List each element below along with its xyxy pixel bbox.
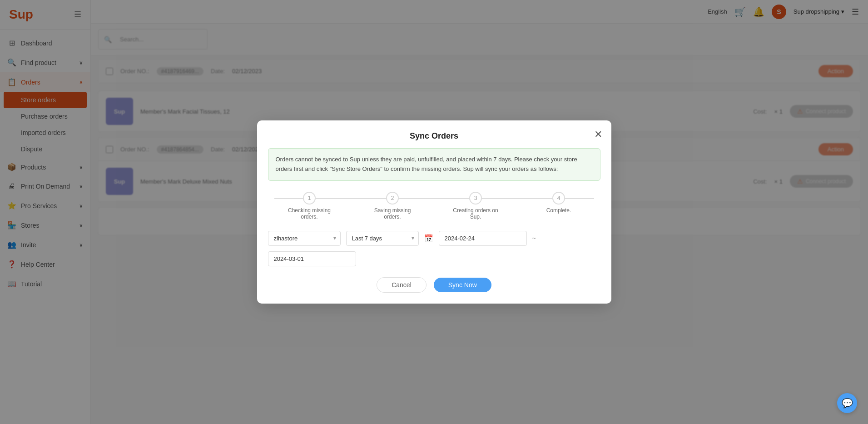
step-circle-3: 3: [469, 192, 482, 205]
modal-title: Sync Orders: [410, 131, 458, 141]
chat-widget[interactable]: 💬: [837, 393, 857, 413]
date-from-input[interactable]: [439, 231, 527, 246]
step-label-2: Saving missing orders.: [365, 207, 420, 220]
store-select[interactable]: zihastore: [268, 231, 341, 246]
step-label-4: Complete.: [546, 207, 571, 214]
modal-overlay: Sync Orders ✕ Orders cannot be synced to…: [91, 0, 868, 424]
modal-footer: Cancel Sync Now: [268, 277, 600, 293]
step-label-1: Checking missing orders.: [282, 207, 337, 220]
calendar-icon: 📅: [424, 234, 433, 243]
date-range-select[interactable]: Last 7 days Last 14 days Last 30 days Cu…: [346, 231, 419, 246]
cancel-button[interactable]: Cancel: [377, 277, 427, 293]
step-circle-4: 4: [552, 192, 565, 205]
main-content: English 🛒 🔔 S Sup dropshipping ▾ ☰ 🔍 Ord…: [91, 0, 868, 424]
step-3: 3 Creating orders on Sup.: [434, 192, 517, 220]
sync-now-button[interactable]: Sync Now: [434, 278, 491, 292]
stepper: 1 Checking missing orders. 2 Saving miss…: [268, 192, 600, 220]
step-4: 4 Complete.: [517, 192, 600, 214]
step-circle-1: 1: [303, 192, 316, 205]
modal-header: Sync Orders ✕: [257, 120, 611, 148]
date-to-input[interactable]: [268, 251, 356, 266]
date-separator: ~: [532, 234, 536, 242]
sync-orders-modal: Sync Orders ✕ Orders cannot be synced to…: [257, 120, 611, 304]
sync-form-row: zihastore Last 7 days Last 14 days Last …: [268, 231, 600, 266]
info-text: Orders cannot be synced to Sup unless th…: [276, 156, 577, 172]
info-box: Orders cannot be synced to Sup unless th…: [268, 148, 600, 181]
step-2: 2 Saving missing orders.: [351, 192, 434, 220]
step-circle-2: 2: [386, 192, 399, 205]
modal-body: Orders cannot be synced to Sup unless th…: [257, 148, 611, 304]
close-button[interactable]: ✕: [594, 130, 602, 140]
store-select-wrap: zihastore: [268, 231, 341, 246]
date-range-select-wrap: Last 7 days Last 14 days Last 30 days Cu…: [346, 231, 419, 246]
step-1: 1 Checking missing orders.: [268, 192, 351, 220]
step-label-3: Creating orders on Sup.: [448, 207, 503, 220]
